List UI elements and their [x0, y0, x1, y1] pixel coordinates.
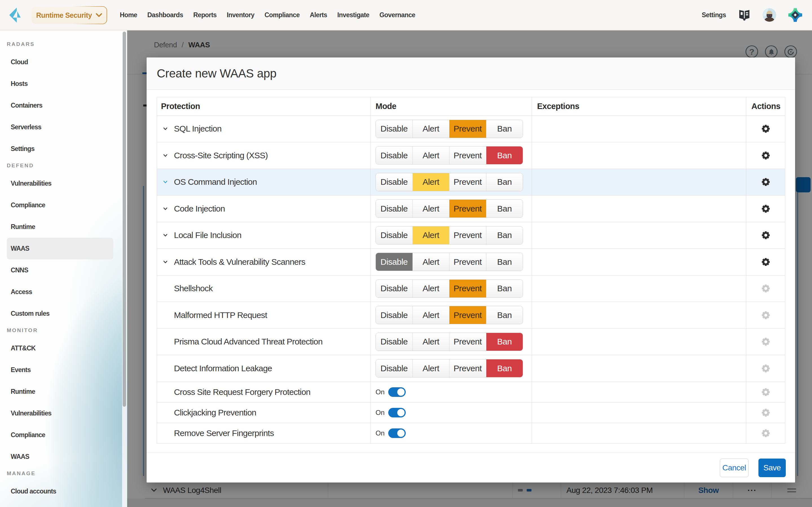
protection-row: Cross-Site Scripting (XSS)DisableAlertPr…: [157, 142, 785, 169]
nav-item-inventory[interactable]: Inventory: [227, 11, 254, 19]
product-switcher[interactable]: Runtime Security: [31, 6, 107, 24]
row-expand-chevron-icon[interactable]: [163, 261, 167, 263]
sidebar-item-vulnerabilities[interactable]: Vulnerabilities: [7, 173, 113, 194]
protection-row: Remove Server FingerprintsOn: [157, 423, 785, 443]
sidebar-item-vulnerabilities[interactable]: Vulnerabilities: [7, 402, 113, 424]
mode-option-ban[interactable]: Ban: [486, 333, 523, 351]
mode-option-alert[interactable]: Alert: [412, 226, 449, 244]
sidebar-item-waas[interactable]: WAAS: [7, 446, 113, 467]
chevron-down-icon: [96, 13, 102, 17]
mode-option-prevent[interactable]: Prevent: [449, 173, 486, 191]
mode-option-alert[interactable]: Alert: [412, 200, 449, 217]
mode-option-ban[interactable]: Ban: [486, 359, 523, 377]
sidebar-item-runtime[interactable]: Runtime: [7, 381, 113, 402]
mode-option-alert[interactable]: Alert: [412, 253, 449, 271]
mode-option-prevent[interactable]: Prevent: [449, 280, 486, 297]
sidebar-item-runtime[interactable]: Runtime: [7, 216, 113, 238]
mode-option-alert[interactable]: Alert: [412, 333, 449, 351]
nav-item-home[interactable]: Home: [120, 11, 137, 19]
mode-option-prevent[interactable]: Prevent: [449, 200, 486, 217]
sidebar-item-containers[interactable]: Containers: [7, 95, 113, 116]
mode-option-disable[interactable]: Disable: [376, 333, 412, 351]
sidebar-item-compliance[interactable]: Compliance: [7, 424, 113, 446]
mode-option-ban[interactable]: Ban: [486, 173, 523, 191]
toggle-switch[interactable]: [388, 429, 406, 438]
sidebar-item-att-ck[interactable]: ATT&CK: [7, 337, 113, 359]
sidebar-scrollbar-thumb[interactable]: [123, 32, 126, 407]
nav-item-governance[interactable]: Governance: [379, 11, 415, 19]
sidebar-item-access[interactable]: Access: [7, 281, 113, 303]
mode-option-disable[interactable]: Disable: [376, 359, 412, 377]
sidebar-item-settings[interactable]: Settings: [7, 138, 113, 160]
nav-item-alerts[interactable]: Alerts: [310, 11, 327, 19]
actions-cell: [746, 423, 785, 443]
mode-option-alert[interactable]: Alert: [412, 173, 449, 191]
mode-option-prevent[interactable]: Prevent: [449, 253, 486, 271]
sidebar-section-manage: MANAGE: [7, 466, 127, 481]
mode-option-prevent[interactable]: Prevent: [449, 120, 486, 138]
sidebar-item-compliance[interactable]: Compliance: [7, 194, 113, 216]
row-settings-gear-icon[interactable]: [746, 249, 785, 275]
mode-option-disable[interactable]: Disable: [376, 280, 412, 297]
row-expand-chevron-icon[interactable]: [163, 234, 167, 237]
mode-option-alert[interactable]: Alert: [412, 306, 449, 324]
row-expand-chevron-icon[interactable]: [163, 154, 167, 157]
mode-option-prevent[interactable]: Prevent: [449, 226, 486, 244]
nav-item-settings[interactable]: Settings: [702, 11, 726, 19]
user-avatar[interactable]: [763, 8, 776, 22]
mode-option-alert[interactable]: Alert: [412, 120, 449, 138]
mode-option-prevent[interactable]: Prevent: [449, 147, 486, 164]
mode-option-disable[interactable]: Disable: [376, 147, 412, 164]
prisma-cloud-logo[interactable]: [788, 7, 802, 22]
row-expand-chevron-icon[interactable]: [163, 207, 167, 210]
sidebar-item-waas[interactable]: WAAS: [7, 238, 113, 260]
mode-option-prevent[interactable]: Prevent: [449, 359, 486, 377]
sidebar-item-custom-rules[interactable]: Custom rules: [7, 303, 113, 325]
toggle-switch[interactable]: [388, 387, 406, 397]
docs-book-icon[interactable]: [738, 9, 751, 21]
twistlock-logo-icon[interactable]: [9, 7, 21, 23]
row-expand-chevron-icon[interactable]: [163, 180, 167, 183]
sidebar-item-cloud[interactable]: Cloud: [7, 51, 113, 73]
toggle-switch[interactable]: [388, 408, 406, 417]
row-settings-gear-icon[interactable]: [746, 142, 785, 169]
sidebar-item-events[interactable]: Events: [7, 359, 113, 381]
sidebar-item-cloud-accounts[interactable]: Cloud accounts: [7, 481, 113, 502]
row-expand-chevron-icon[interactable]: [163, 127, 167, 130]
mode-option-ban[interactable]: Ban: [486, 306, 523, 324]
cancel-button[interactable]: Cancel: [720, 459, 749, 477]
mode-option-ban[interactable]: Ban: [486, 200, 523, 217]
row-settings-gear-icon[interactable]: [746, 222, 785, 249]
row-settings-gear-icon[interactable]: [746, 169, 785, 195]
sidebar-item-cnns[interactable]: CNNS: [7, 260, 113, 281]
row-settings-gear-icon[interactable]: [746, 116, 785, 142]
mode-option-alert[interactable]: Alert: [412, 147, 449, 164]
sidebar-item-hosts[interactable]: Hosts: [7, 73, 113, 95]
mode-option-ban[interactable]: Ban: [486, 120, 523, 138]
protection-name: SQL Injection: [174, 124, 221, 133]
modal-header: Create new WAAS app: [147, 57, 795, 90]
mode-option-disable[interactable]: Disable: [376, 306, 412, 324]
mode-option-ban[interactable]: Ban: [486, 147, 523, 164]
mode-option-disable[interactable]: Disable: [376, 173, 412, 191]
mode-option-disable[interactable]: Disable: [376, 226, 412, 244]
row-settings-gear-icon[interactable]: [746, 195, 785, 222]
nav-item-dashboards[interactable]: Dashboards: [147, 11, 183, 19]
mode-option-disable[interactable]: Disable: [376, 120, 412, 138]
sidebar-item-serverless[interactable]: Serverless: [7, 116, 113, 138]
mode-option-disable[interactable]: Disable: [376, 200, 412, 217]
mode-segmented-control: DisableAlertPreventBan: [375, 333, 523, 351]
save-button[interactable]: Save: [758, 459, 786, 477]
mode-option-prevent[interactable]: Prevent: [449, 333, 486, 351]
mode-option-ban[interactable]: Ban: [486, 280, 523, 297]
mode-option-alert[interactable]: Alert: [412, 280, 449, 297]
mode-option-alert[interactable]: Alert: [412, 359, 449, 377]
nav-item-compliance[interactable]: Compliance: [264, 11, 299, 19]
mode-option-ban[interactable]: Ban: [486, 253, 523, 271]
mode-option-ban[interactable]: Ban: [486, 226, 523, 244]
sidebar-scrollbar-track[interactable]: [122, 31, 127, 507]
nav-item-reports[interactable]: Reports: [193, 11, 216, 19]
nav-item-investigate[interactable]: Investigate: [337, 11, 369, 19]
mode-option-disable[interactable]: Disable: [376, 253, 412, 271]
mode-option-prevent[interactable]: Prevent: [449, 306, 486, 324]
